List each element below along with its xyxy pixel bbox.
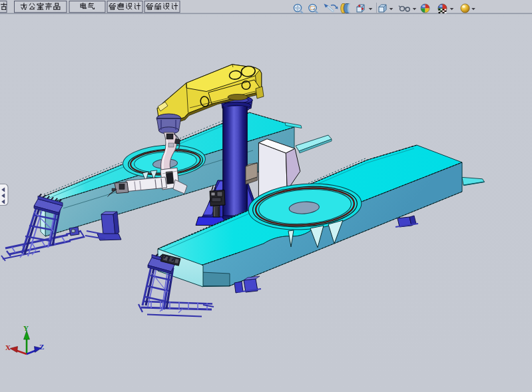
svg-text:X: X bbox=[5, 343, 11, 351]
svg-text:Z: Z bbox=[39, 343, 44, 351]
svg-text:Y: Y bbox=[23, 324, 29, 332]
